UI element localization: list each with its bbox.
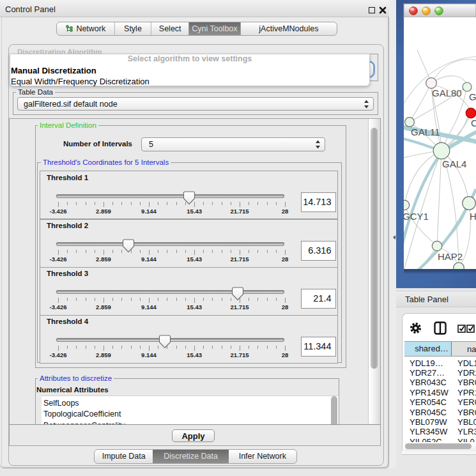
svg-text:GAL80: GAL80 [432,88,462,98]
svg-text:HAP2: HAP2 [438,251,463,262]
svg-text:GCY1: GCY1 [403,211,429,222]
svg-text:C: C [471,118,476,128]
svg-text:H: H [470,211,476,222]
svg-text:GAL4: GAL4 [442,158,466,169]
svg-text:GA: GA [469,91,476,102]
svg-text:GAL11: GAL11 [411,127,440,137]
